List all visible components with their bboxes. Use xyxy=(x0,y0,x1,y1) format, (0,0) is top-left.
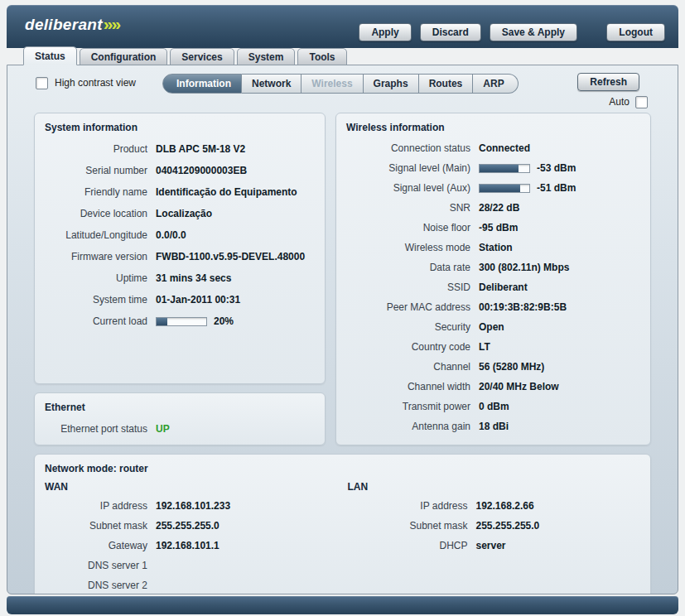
tab-status[interactable]: Status xyxy=(23,46,77,65)
row-label: IP address xyxy=(45,500,147,512)
auto-refresh-checkbox[interactable] xyxy=(635,96,648,108)
row-value-wrap: Identificação do Equipamento xyxy=(156,186,297,198)
row-label: System time xyxy=(45,294,147,306)
signal-aux-bar xyxy=(479,184,530,193)
info-row: DNS server 2 xyxy=(45,575,343,594)
row-label: Current load xyxy=(45,315,147,327)
row-label: Device location xyxy=(45,208,147,219)
network-mode-title: Network mode: router xyxy=(45,463,640,474)
info-row: Peer MAC address00:19:3B:82:9B:5B xyxy=(346,297,640,317)
lan-title: LAN xyxy=(348,481,641,493)
tab-system[interactable]: System xyxy=(237,48,296,65)
row-value: FWBD-1100.v5.95-DEVEL.48000 xyxy=(156,251,305,262)
row-value-wrap: 18 dBi xyxy=(479,421,509,432)
tab-configuration[interactable]: Configuration xyxy=(80,48,168,65)
header-buttons: ApplyDiscardSave & Apply xyxy=(359,23,577,41)
info-row: Country codeLT xyxy=(346,337,640,357)
row-value-wrap: 00:19:3B:82:9B:5B xyxy=(479,301,567,313)
header-bar: deliberant»» ApplyDiscardSave & Apply Lo… xyxy=(7,5,678,48)
row-value-wrap: 20/40 MHz Below xyxy=(479,381,559,392)
refresh-wrap: Refresh xyxy=(577,73,639,91)
deliberant-logo: deliberant»» xyxy=(25,14,119,34)
row-value-wrap: 255.255.255.0 xyxy=(156,520,219,532)
row-value-wrap: 04041209000003EB xyxy=(156,165,247,176)
row-label: Uptime xyxy=(45,272,147,284)
view-pill-bar: InformationNetworkWirelessGraphsRoutesAR… xyxy=(162,74,519,94)
apply-button[interactable]: Apply xyxy=(359,23,411,41)
row-value-wrap: UP xyxy=(156,423,170,435)
pill-wireless: Wireless xyxy=(301,74,363,94)
row-value-wrap: 56 (5280 MHz) xyxy=(479,361,544,373)
logout-button[interactable]: Logout xyxy=(606,23,665,41)
row-value-wrap: Localização xyxy=(156,208,212,219)
tab-tools[interactable]: Tools xyxy=(297,48,346,65)
wireless-information-rows: Connection statusConnectedSignal level (… xyxy=(346,138,640,436)
row-label: SSID xyxy=(346,282,470,293)
logo-arrows-icon: »» xyxy=(104,14,119,33)
info-row: Transmit power0 dBm xyxy=(346,397,640,416)
network-columns: WAN IP address192.168.101.233Subnet mask… xyxy=(45,479,640,594)
high-contrast-label: High contrast view xyxy=(55,77,136,89)
info-row: Noise floor-95 dBm xyxy=(346,218,640,238)
row-label: Subnet mask xyxy=(45,520,147,532)
save-apply-button[interactable]: Save & Apply xyxy=(490,23,577,41)
info-row: SSIDDeliberant xyxy=(346,277,640,297)
discard-button[interactable]: Discard xyxy=(420,23,481,41)
wan-rows: IP address192.168.101.233Subnet mask255.… xyxy=(45,496,343,594)
row-value-wrap: -51 dBm xyxy=(479,182,576,194)
info-row: Wireless modeStation xyxy=(346,238,640,257)
pill-information[interactable]: Information xyxy=(162,74,242,94)
row-value-wrap: DLB APC 5M-18 V2 xyxy=(156,143,245,155)
ethernet-title: Ethernet xyxy=(45,402,315,413)
row-value-wrap: 192.168.101.1 xyxy=(156,540,219,551)
info-row: Connection statusConnected xyxy=(346,138,640,158)
row-value-wrap: 28/22 dB xyxy=(479,202,519,214)
refresh-button[interactable]: Refresh xyxy=(577,73,639,91)
tab-services[interactable]: Services xyxy=(170,48,234,65)
row-value: 31 mins 34 secs xyxy=(156,272,231,284)
row-label: Latitude/Longitude xyxy=(45,229,147,241)
info-row: System time01-Jan-2011 00:31 xyxy=(45,289,315,310)
row-value: 255.255.255.0 xyxy=(156,520,219,532)
row-value: 04041209000003EB xyxy=(156,165,247,176)
info-row: Subnet mask255.255.255.0 xyxy=(348,516,641,536)
row-value: UP xyxy=(156,423,170,435)
row-value-wrap: 31 mins 34 secs xyxy=(156,272,231,284)
row-label: Serial number xyxy=(45,165,147,176)
row-value-wrap: 20% xyxy=(156,315,234,327)
pill-graphs[interactable]: Graphs xyxy=(364,74,419,94)
info-row: Ethernet port statusUP xyxy=(45,418,315,440)
pill-routes[interactable]: Routes xyxy=(419,74,474,94)
row-value: 28/22 dB xyxy=(479,202,519,214)
row-value: 18 dBi xyxy=(479,421,509,432)
row-label: Connection status xyxy=(346,142,470,154)
row-value: Open xyxy=(479,321,504,333)
info-row: DNS server 1 xyxy=(45,556,343,575)
info-row: IP address192.168.101.233 xyxy=(45,496,343,516)
row-label: IP address xyxy=(348,500,468,512)
row-value: LT xyxy=(479,341,490,353)
lan-column: LAN IP address192.168.2.66Subnet mask255… xyxy=(343,479,641,594)
row-value-wrap: 300 (802.11n) Mbps xyxy=(479,262,569,273)
pill-arp[interactable]: ARP xyxy=(473,74,518,94)
system-information-panel: System information ProductDLB APC 5M-18 … xyxy=(34,113,326,384)
row-value: 192.168.2.66 xyxy=(476,500,534,512)
row-label: SNR xyxy=(346,202,470,214)
row-value: 300 (802.11n) Mbps xyxy=(479,262,569,273)
high-contrast-checkbox[interactable] xyxy=(36,77,48,89)
network-mode-panel: Network mode: router WAN IP address192.1… xyxy=(34,454,651,594)
tab-bar: StatusConfigurationServicesSystemTools xyxy=(7,48,678,65)
row-value-wrap: LT xyxy=(479,341,490,353)
row-value-wrap: FWBD-1100.v5.95-DEVEL.48000 xyxy=(156,251,305,262)
system-information-rows: ProductDLB APC 5M-18 V2Serial number0404… xyxy=(45,138,315,332)
pill-network[interactable]: Network xyxy=(242,74,301,94)
row-value: 192.168.101.233 xyxy=(156,500,230,512)
row-value: Station xyxy=(479,242,513,253)
info-row: Friendly nameIdentificação do Equipament… xyxy=(45,181,315,203)
row-label: Channel width xyxy=(346,381,470,392)
wan-title: WAN xyxy=(45,481,343,493)
row-value: Localização xyxy=(156,208,212,219)
row-value: 01-Jan-2011 00:31 xyxy=(156,294,240,306)
row-value-wrap: 0.0/0.0 xyxy=(156,229,186,241)
info-row: Data rate300 (802.11n) Mbps xyxy=(346,257,640,277)
